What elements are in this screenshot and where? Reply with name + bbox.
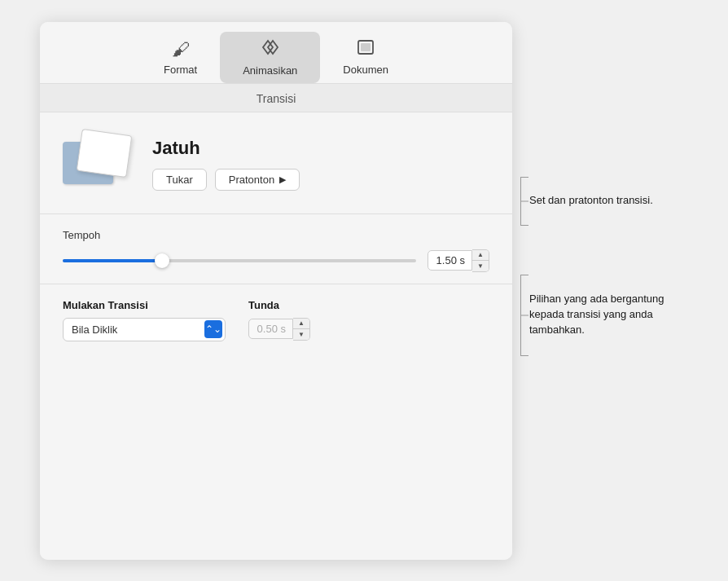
- play-icon: ▶: [279, 174, 286, 185]
- content: Jatuh Tukar Pratonton ▶ Tempoh: [40, 112, 512, 560]
- delay-stepper-arrows: ▲ ▼: [293, 318, 310, 341]
- start-select[interactable]: Bila Diklik: [63, 318, 226, 341]
- transition-preview: Jatuh Tukar Pratonton ▶: [40, 112, 512, 214]
- duration-stepper-arrows: ▲ ▼: [472, 249, 489, 272]
- tab-animasikan[interactable]: Animasikan: [220, 32, 320, 83]
- slide-front: [77, 128, 133, 177]
- delay-stepper-down[interactable]: ▼: [293, 329, 309, 340]
- slider-container[interactable]: [63, 253, 416, 269]
- section-title: Transisi: [40, 84, 512, 112]
- pratonton-button[interactable]: Pratonton ▶: [215, 169, 300, 191]
- animasikan-label: Animasikan: [243, 64, 297, 77]
- transition-icon: [63, 132, 136, 197]
- start-col-trigger: Mulakan Transisi Bila Diklik ⌃⌄: [63, 299, 226, 341]
- delay-value: 0.50 s: [248, 319, 293, 339]
- tab-format[interactable]: 🖌 Format: [141, 33, 220, 82]
- slider-row: 1.50 s ▲ ▼: [63, 249, 489, 272]
- format-icon: 🖌: [172, 39, 190, 60]
- toolbar: 🖌 Format Animasikan: [40, 22, 512, 84]
- start-row: Mulakan Transisi Bila Diklik ⌃⌄: [63, 299, 489, 341]
- delay-label: Tunda: [248, 299, 310, 311]
- screenshot-container: 🖌 Format Animasikan: [0, 0, 728, 581]
- tukar-button[interactable]: Tukar: [152, 169, 207, 191]
- panel: 🖌 Format Animasikan: [40, 22, 512, 560]
- format-label: Format: [164, 64, 197, 76]
- duration-label: Tempoh: [63, 229, 489, 241]
- transition-buttons: Tukar Pratonton ▶: [152, 169, 300, 191]
- annotation-1: Set dan pratonton transisi.: [520, 177, 688, 226]
- delay-input: 0.50 s ▲ ▼: [248, 318, 310, 341]
- animasikan-icon: [260, 38, 281, 61]
- dokumen-label: Dokumen: [343, 64, 388, 76]
- tab-dokumen[interactable]: Dokumen: [320, 33, 411, 82]
- duration-stepper-down[interactable]: ▼: [472, 261, 489, 271]
- slider-thumb[interactable]: [155, 253, 169, 268]
- start-col-delay: Tunda 0.50 s ▲ ▼: [248, 299, 310, 341]
- outer-container: 🖌 Format Animasikan: [40, 22, 688, 560]
- ann1-text: Set dan pratonton transisi.: [529, 193, 653, 209]
- delay-stepper-up[interactable]: ▲: [293, 319, 309, 329]
- right-annotations: Set dan pratonton transisi. Pilihan yang…: [520, 79, 688, 503]
- transition-info: Jatuh Tukar Pratonton ▶: [152, 138, 300, 191]
- select-wrapper: Bila Diklik ⌃⌄: [63, 318, 226, 341]
- slider-track: [63, 259, 416, 262]
- annotation-2: Pilihan yang ada bergantung kepada trans…: [520, 275, 688, 356]
- slider-fill: [63, 259, 162, 262]
- ann1-bracket: [520, 177, 521, 226]
- duration-stepper-up[interactable]: ▲: [472, 250, 489, 261]
- transition-name: Jatuh: [152, 138, 300, 159]
- dokumen-icon: [357, 39, 375, 60]
- start-label: Mulakan Transisi: [63, 299, 226, 311]
- duration-section: Tempoh 1.50 s ▲ ▼: [40, 214, 512, 284]
- duration-value: 1.50 s: [428, 250, 472, 271]
- svg-rect-3: [361, 43, 371, 51]
- start-section: Mulakan Transisi Bila Diklik ⌃⌄: [40, 284, 512, 358]
- ann2-bracket: [520, 275, 521, 356]
- ann2-text: Pilihan yang ada bergantung kepada trans…: [529, 292, 688, 338]
- duration-stepper: 1.50 s ▲ ▼: [428, 249, 489, 272]
